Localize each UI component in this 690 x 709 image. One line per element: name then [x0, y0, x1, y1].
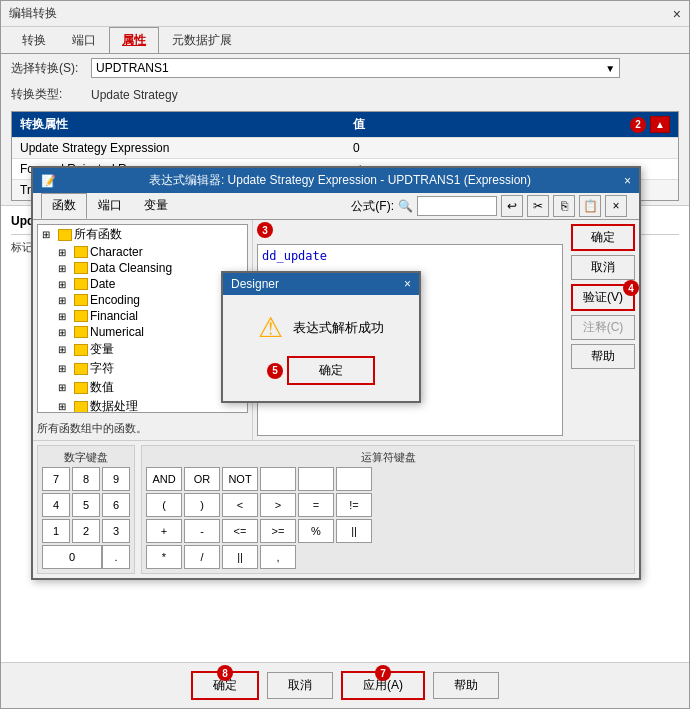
footer-apply-button[interactable]: 应用(A) 7 [341, 671, 425, 700]
tree-item-cleansing[interactable]: ⊞ Data Cleansing [38, 260, 247, 276]
select-value-container: UPDTRANS1 ▼ [91, 58, 679, 78]
expr-confirm-button[interactable]: 确定 [571, 224, 635, 251]
tree-item-all[interactable]: ⊞ 所有函数 [38, 225, 247, 244]
tree-label-numeric-zh: 数值 [90, 379, 114, 396]
header-property: 转换属性 [12, 112, 345, 137]
key-8[interactable]: 8 [72, 467, 100, 491]
key-not[interactable]: NOT [222, 467, 258, 491]
dropdown-arrow-icon: ▼ [605, 63, 615, 74]
folder-icon [74, 310, 88, 322]
key-comma[interactable]: , [260, 545, 296, 569]
tree-item-character[interactable]: ⊞ Character [38, 244, 247, 260]
key-plus[interactable]: + [146, 519, 182, 543]
tree-item-numerical[interactable]: ⊞ Numerical [38, 324, 247, 340]
designer-confirm-button[interactable]: 确定 [287, 356, 375, 385]
key-open-paren[interactable]: ( [146, 493, 182, 517]
badge-7: 7 [375, 665, 391, 681]
tree-item-char-zh[interactable]: ⊞ 字符 [38, 359, 247, 378]
select-dropdown[interactable]: UPDTRANS1 ▼ [91, 58, 620, 78]
folder-icon [74, 278, 88, 290]
operator-keypad: 运算符键盘 AND OR NOT ( ) < > = != [141, 445, 635, 574]
operator-keypad-title: 运算符键盘 [146, 450, 630, 465]
key-mul[interactable]: * [146, 545, 182, 569]
key-div[interactable]: / [184, 545, 220, 569]
select-label: 选择转换(S): [11, 60, 91, 77]
footer-cancel-button[interactable]: 取消 [267, 672, 333, 699]
expr-validate-button[interactable]: 验证(V) 4 [571, 284, 635, 311]
key-concat2[interactable]: || [222, 545, 258, 569]
expr-close-icon[interactable]: × [624, 174, 631, 188]
expr-help-button[interactable]: 帮助 [571, 344, 635, 369]
function-tree-panel: ⊞ 所有函数 ⊞ Character ⊞ Data Cleansi [33, 220, 253, 440]
folder-icon [74, 363, 88, 375]
tree-item-variable[interactable]: ⊞ 变量 [38, 340, 247, 359]
expand-icon: ⊞ [58, 311, 74, 322]
cut-btn[interactable]: ✂ [527, 195, 549, 217]
key-5[interactable]: 5 [72, 493, 100, 517]
badge-8: 8 [217, 665, 233, 681]
designer-icon-row: ⚠ 表达式解析成功 [258, 311, 384, 344]
tree-item-numeric-zh[interactable]: ⊞ 数值 [38, 378, 247, 397]
expand-icon: ⊞ [58, 344, 74, 355]
undo-btn[interactable]: ↩ [501, 195, 523, 217]
key-6[interactable]: 6 [102, 493, 130, 517]
tree-item-data-proc[interactable]: ⊞ 数据处理 [38, 397, 247, 413]
key-0[interactable]: 0 [42, 545, 102, 569]
main-window: 编辑转换 × 转换 端口 属性 元数据扩展 选择转换(S): UPDTRANS1… [0, 0, 690, 709]
footer-buttons: 确定 8 取消 应用(A) 7 帮助 [1, 662, 689, 708]
badge-2: 2 [630, 117, 646, 133]
key-4[interactable]: 4 [42, 493, 70, 517]
tree-label-char-zh: 字符 [90, 360, 114, 377]
footer-confirm-button[interactable]: 确定 8 [191, 671, 259, 700]
expand-icon: ⊞ [58, 327, 74, 338]
key-7[interactable]: 7 [42, 467, 70, 491]
designer-close-icon[interactable]: × [404, 277, 411, 291]
clear-btn[interactable]: × [605, 195, 627, 217]
expr-cancel-button[interactable]: 取消 [571, 255, 635, 280]
formula-search-input[interactable] [417, 196, 497, 216]
tree-item-encoding[interactable]: ⊞ Encoding [38, 292, 247, 308]
key-lte[interactable]: <= [222, 519, 258, 543]
footer-help-button[interactable]: 帮助 [433, 672, 499, 699]
key-or[interactable]: OR [184, 467, 220, 491]
key-empty1 [260, 467, 296, 491]
key-gt[interactable]: > [260, 493, 296, 517]
key-lt[interactable]: < [222, 493, 258, 517]
key-close-paren[interactable]: ) [184, 493, 220, 517]
expand-icon: ⊞ [58, 247, 74, 258]
tree-item-date[interactable]: ⊞ Date [38, 276, 247, 292]
expr-title-bar: 📝 表达式编辑器: Update Strategy Expression - U… [33, 168, 639, 193]
key-concat[interactable]: || [336, 519, 372, 543]
numeric-keypad-title: 数字键盘 [42, 450, 130, 465]
key-dot[interactable]: . [102, 545, 130, 569]
copy-btn[interactable]: ⎘ [553, 195, 575, 217]
close-icon[interactable]: × [673, 6, 681, 22]
expr-tab-functions[interactable]: 函数 [41, 193, 87, 219]
scroll-up-btn[interactable]: ▲ [650, 116, 670, 133]
tree-item-financial[interactable]: ⊞ Financial [38, 308, 247, 324]
tab-metadata[interactable]: 元数据扩展 [159, 27, 245, 53]
tab-properties[interactable]: 属性 [109, 27, 159, 53]
keypad-section: 数字键盘 7 8 9 4 5 6 1 2 3 0 . [33, 440, 639, 578]
table-row[interactable]: Update Strategy Expression 0 [12, 137, 678, 158]
key-and[interactable]: AND [146, 467, 182, 491]
key-neq[interactable]: != [336, 493, 372, 517]
folder-icon [58, 229, 72, 241]
folder-icon [74, 262, 88, 274]
key-gte[interactable]: >= [260, 519, 296, 543]
tab-conversion[interactable]: 转换 [9, 27, 59, 53]
key-2[interactable]: 2 [72, 519, 100, 543]
key-eq[interactable]: = [298, 493, 334, 517]
key-9[interactable]: 9 [102, 467, 130, 491]
key-3[interactable]: 3 [102, 519, 130, 543]
expr-title-text: 表达式编辑器: Update Strategy Expression - UPD… [149, 172, 531, 189]
expr-tab-variables[interactable]: 变量 [133, 193, 179, 219]
key-1[interactable]: 1 [42, 519, 70, 543]
paste-btn[interactable]: 📋 [579, 195, 601, 217]
expr-comment-button[interactable]: 注释(C) [571, 315, 635, 340]
tab-port[interactable]: 端口 [59, 27, 109, 53]
key-minus[interactable]: - [184, 519, 220, 543]
key-percent[interactable]: % [298, 519, 334, 543]
window-title: 编辑转换 [9, 5, 57, 22]
expr-tab-ports[interactable]: 端口 [87, 193, 133, 219]
